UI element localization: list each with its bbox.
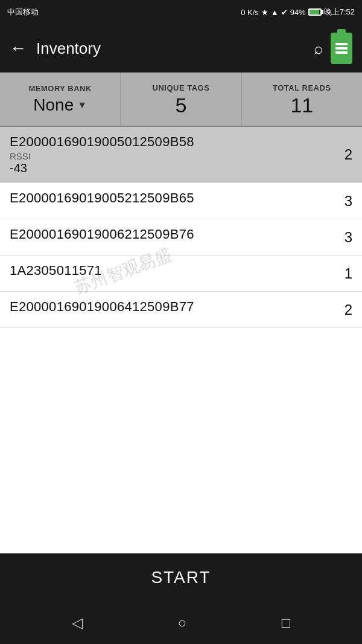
time-display: 晚上7:52 (324, 7, 355, 18)
app-bar: ← Inventory ⌕ (0, 24, 362, 72)
battery-app-icon (331, 33, 352, 64)
search-button[interactable]: ⌕ (314, 39, 323, 58)
tag-item-left: E20000169019006212509B76 (10, 227, 194, 242)
tag-id: E20000169019005212509B65 (10, 190, 194, 206)
back-button[interactable]: ← (10, 40, 27, 57)
signal-icon: ✔ (281, 8, 288, 17)
wifi-icon: ▲ (271, 8, 279, 17)
bluetooth-icon: ★ (261, 8, 268, 17)
tag-item-left: 1A2305011571 (10, 263, 102, 279)
memory-bank-label: MEMORY BANK (28, 84, 91, 93)
unique-tags-value: 5 (176, 95, 187, 115)
tag-count: 2 (345, 146, 352, 163)
total-reads-stat: TOTAL READS 11 (242, 72, 362, 126)
rssi-label: RSSI (10, 151, 194, 161)
tag-count: 3 (345, 229, 352, 246)
stats-bar: MEMORY BANK None ▼ UNIQUE TAGS 5 TOTAL R… (0, 72, 362, 127)
unique-tags-stat: UNIQUE TAGS 5 (121, 72, 241, 126)
memory-bank-value: None (33, 95, 74, 115)
tag-item[interactable]: E20000169019006212509B763 (0, 219, 362, 256)
nav-bar: ◁ ○ □ (0, 602, 362, 644)
status-right: 0 K/s ★ ▲ ✔ 94% 晚上7:52 (241, 7, 355, 18)
battery-percent: 94% (290, 8, 306, 17)
tag-count: 3 (345, 193, 352, 210)
total-reads-value: 11 (290, 95, 313, 115)
nav-home-button[interactable]: ○ (177, 614, 186, 631)
start-button[interactable]: START (151, 568, 211, 587)
tag-list: E20000169019005012509B58RSSI-432E2000016… (0, 127, 362, 553)
start-button-container: START (0, 553, 362, 602)
tag-item[interactable]: 1A23050115711 (0, 256, 362, 292)
tag-id: E20000169019005012509B58 (10, 134, 194, 150)
tag-item[interactable]: E20000169019005212509B653 (0, 183, 362, 219)
total-reads-label: TOTAL READS (273, 83, 331, 92)
nav-recent-button[interactable]: □ (282, 614, 291, 631)
nav-back-button[interactable]: ◁ (72, 614, 83, 631)
battery-icon (308, 8, 322, 16)
carrier-text: 中国移动 (7, 7, 39, 18)
tag-id: 1A2305011571 (10, 263, 102, 279)
tag-item-left: E20000169019005012509B58RSSI-43 (10, 134, 194, 175)
memory-bank-stat[interactable]: MEMORY BANK None ▼ (0, 72, 121, 126)
tag-item[interactable]: E20000169019005012509B58RSSI-432 (0, 127, 362, 183)
page-title: Inventory (36, 39, 101, 58)
app-bar-left: ← Inventory (10, 39, 101, 58)
network-speed: 0 K/s (241, 8, 259, 17)
tag-count: 2 (345, 301, 352, 318)
tag-id: E20000169019006412509B77 (10, 299, 194, 315)
memory-bank-selector[interactable]: None ▼ (33, 95, 87, 115)
tag-item-left: E20000169019006412509B77 (10, 299, 194, 315)
tag-item-left: E20000169019005212509B65 (10, 190, 194, 206)
tag-count: 1 (345, 265, 352, 282)
tag-id: E20000169019006212509B76 (10, 227, 194, 242)
unique-tags-label: UNIQUE TAGS (153, 83, 210, 92)
tag-item[interactable]: E20000169019006412509B772 (0, 292, 362, 328)
dropdown-arrow-icon: ▼ (77, 100, 87, 111)
status-bar: 中国移动 0 K/s ★ ▲ ✔ 94% 晚上7:52 (0, 0, 362, 24)
rssi-value: -43 (10, 161, 194, 175)
app-bar-icons: ⌕ (314, 33, 352, 64)
